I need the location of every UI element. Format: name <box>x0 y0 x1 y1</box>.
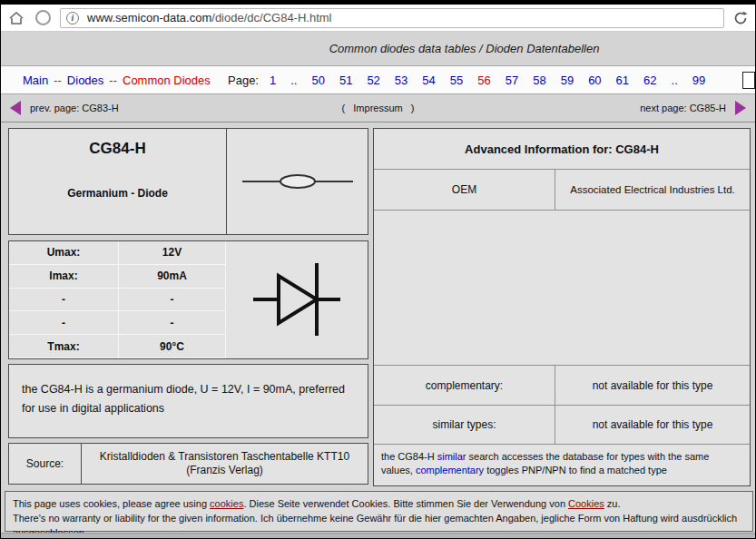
cookie-text-3: zu. <box>604 498 621 509</box>
oem-value: Associated Electrical Industries Ltd. <box>555 170 750 210</box>
page-link-54[interactable]: 54 <box>422 74 435 87</box>
part-identity: CG84-H Germanium - Diode <box>9 129 227 234</box>
similar-types-value: not available for this type <box>555 406 750 444</box>
param-label-empty2: - <box>9 311 119 335</box>
url-path: /diode/dc/CG84-H.html <box>211 11 331 24</box>
browser-window: i www.semicon-data.com/diode/dc/CG84-H.h… <box>0 0 756 539</box>
breadcrumb-diodes[interactable]: Diodes <box>67 74 103 87</box>
page-title: Common diodes data tables / Dioden Daten… <box>1 34 755 64</box>
page-link-62[interactable]: 62 <box>643 74 656 87</box>
param-label-tmax: Tmax: <box>9 335 119 358</box>
similar-types-label: similar types: <box>374 406 555 444</box>
prev-arrow-icon[interactable] <box>10 101 21 115</box>
similar-link[interactable]: similar <box>437 451 466 462</box>
page-jump-input[interactable] <box>742 72 755 89</box>
note-text-1: the CG84-H <box>381 451 437 462</box>
refresh-icon[interactable] <box>733 11 748 25</box>
param-value-imax: 90mA <box>119 265 226 289</box>
breadcrumb-separator: -- <box>109 74 117 87</box>
page-ellipsis-left[interactable]: .. <box>290 74 297 87</box>
pager-bar: prev. page: CG83-H ( Impressum ) next pa… <box>1 94 755 122</box>
back-button[interactable] <box>35 10 51 25</box>
page-link-61[interactable]: 61 <box>616 74 629 87</box>
cookies-link-de[interactable]: Cookies <box>568 498 604 509</box>
next-page-link[interactable]: next page: CG85-H <box>640 103 726 113</box>
cookie-text-1: This page uses cookies, please agree usi… <box>13 498 210 509</box>
oem-row: OEM Associated Electrical Industries Ltd… <box>374 170 750 211</box>
window-bottom-edge <box>1 533 755 538</box>
page-label: Page: <box>228 74 259 87</box>
advanced-info-box: Advanced Information for: CG84-H OEM Ass… <box>373 128 751 486</box>
next-arrow-icon[interactable] <box>735 101 746 115</box>
url-domain: www.semicon-data.com <box>87 11 211 24</box>
cookie-notice: This page uses cookies, please agree usi… <box>5 491 753 532</box>
page-link-59[interactable]: 59 <box>561 74 574 87</box>
param-value-umax: 12V <box>119 241 226 265</box>
source-label: Source: <box>9 444 82 484</box>
parameters-table: Umax: 12V Imax: 90mA - - - - Tmax: 90°C <box>8 240 368 359</box>
complementary-link[interactable]: complementary <box>416 465 484 475</box>
page-link-50[interactable]: 50 <box>311 74 324 87</box>
param-label-imax: Imax: <box>9 265 119 289</box>
part-header-box: CG84-H Germanium - Diode <box>8 128 368 235</box>
cookies-link-en[interactable]: cookies <box>210 498 243 509</box>
complementary-row: complementary: not available for this ty… <box>374 365 750 405</box>
param-label-umax: Umax: <box>9 241 119 265</box>
description-box: the CG84-H is a germanium diode, U = 12V… <box>8 364 368 438</box>
advanced-empty-area <box>374 211 750 365</box>
cookie-line-1: This page uses cookies, please agree usi… <box>13 496 745 511</box>
impressum-link[interactable]: ( Impressum ) <box>342 103 415 113</box>
cookie-text-2: . Diese Seite verwendet Cookies. Bitte s… <box>243 498 568 509</box>
info-icon[interactable]: i <box>66 12 79 24</box>
source-box: Source: Kristalldioden & Transistoren Ta… <box>8 443 368 485</box>
complementary-label: complementary: <box>374 366 555 405</box>
part-name: CG84-H <box>89 140 145 158</box>
page-link-58[interactable]: 58 <box>533 74 545 87</box>
page-current-56: 56 <box>477 74 490 87</box>
advanced-note: the CG84-H similar search accesses the d… <box>374 444 750 485</box>
param-value-empty2: - <box>119 311 226 335</box>
advanced-info-title: Advanced Information for: CG84-H <box>374 129 750 170</box>
prev-page-link[interactable]: prev. page: CG83-H <box>30 103 119 113</box>
nav-bar: Main -- Diodes -- Common Diodes Page: 1 … <box>1 65 755 94</box>
url-bar[interactable]: i www.semicon-data.com/diode/dc/CG84-H.h… <box>60 8 724 28</box>
param-value-empty1: - <box>119 289 226 312</box>
page-link-1[interactable]: 1 <box>270 74 276 87</box>
part-family: Germanium - Diode <box>67 187 168 200</box>
page-link-99[interactable]: 99 <box>692 74 705 87</box>
param-label-empty1: - <box>9 289 119 312</box>
browser-toolbar: i www.semicon-data.com/diode/dc/CG84-H.h… <box>1 5 755 32</box>
url-text: www.semicon-data.com/diode/dc/CG84-H.htm… <box>87 11 332 24</box>
diode-symbol-icon <box>226 241 368 358</box>
source-value: Kristalldioden & Transistoren Taschentab… <box>82 444 368 484</box>
home-icon[interactable] <box>8 11 25 25</box>
oem-label: OEM <box>374 170 555 210</box>
page-link-60[interactable]: 60 <box>588 74 601 87</box>
note-text-3: toggles PNP/NPN to find a matched type <box>484 465 667 475</box>
breadcrumb: Main -- Diodes -- Common Diodes <box>23 74 228 87</box>
complementary-value: not available for this type <box>555 366 750 405</box>
breadcrumb-separator: -- <box>54 74 62 87</box>
diode-package-icon <box>227 129 368 234</box>
page-link-53[interactable]: 53 <box>395 74 407 87</box>
page-ellipsis-right[interactable]: .. <box>672 74 678 87</box>
similar-types-row: similar types: not available for this ty… <box>374 405 750 444</box>
param-value-tmax: 90°C <box>119 335 226 358</box>
breadcrumb-common-diodes: Common Diodes <box>123 74 211 87</box>
page-link-55[interactable]: 55 <box>450 74 463 87</box>
page-link-57[interactable]: 57 <box>506 74 518 87</box>
pagination: 1 .. 50 51 52 53 54 55 56 57 58 59 60 61… <box>270 74 705 87</box>
page-link-52[interactable]: 52 <box>367 74 379 87</box>
page-link-51[interactable]: 51 <box>339 74 352 87</box>
breadcrumb-main[interactable]: Main <box>23 74 48 87</box>
